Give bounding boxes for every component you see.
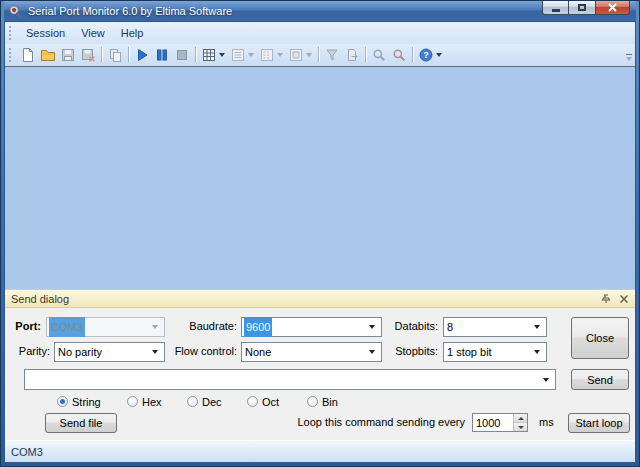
menu-session[interactable]: Session xyxy=(18,24,73,42)
command-input[interactable] xyxy=(25,374,543,386)
toolbar-separator xyxy=(412,47,413,63)
databits-value: 8 xyxy=(444,318,534,336)
search-icon xyxy=(371,47,387,63)
format-radio-bin[interactable]: Bin xyxy=(307,395,338,408)
close-icon xyxy=(608,3,617,12)
radio-icon xyxy=(307,396,318,407)
loop-interval-spinner[interactable] xyxy=(472,413,528,432)
command-combo[interactable] xyxy=(24,369,556,390)
toolbar-overflow-button[interactable] xyxy=(625,47,633,63)
pause-monitoring-button[interactable] xyxy=(152,45,172,65)
close-dialog-button[interactable]: Close xyxy=(571,317,629,359)
send-dialog-header: Send dialog xyxy=(5,289,635,308)
terminal-view-button[interactable] xyxy=(286,45,306,65)
send-file-button[interactable]: Send file xyxy=(45,413,117,433)
chevron-down-icon xyxy=(534,350,540,354)
line-view-icon xyxy=(230,47,246,63)
minimize-icon xyxy=(552,9,560,12)
spinner-down-icon xyxy=(518,426,524,429)
help-button[interactable]: ? xyxy=(416,45,436,65)
copy-button[interactable] xyxy=(105,45,125,65)
spinner-up-button[interactable] xyxy=(514,414,527,422)
save-close-icon xyxy=(80,47,96,63)
maximize-button[interactable] xyxy=(569,1,596,15)
copy-icon xyxy=(107,47,123,63)
send-dialog-body: Port: COM3 Baudrate: 9600 Databits: 8 Cl… xyxy=(5,308,635,440)
flow-control-select[interactable]: None xyxy=(241,342,382,362)
stop-icon xyxy=(174,47,190,63)
send-button[interactable]: Send xyxy=(571,369,629,390)
help-icon: ? xyxy=(418,47,434,63)
table-view-icon xyxy=(201,47,217,63)
search-next-button[interactable] xyxy=(389,45,409,65)
radio-label: String xyxy=(72,396,101,408)
close-button[interactable] xyxy=(596,1,630,15)
format-radio-hex[interactable]: Hex xyxy=(127,395,162,408)
search-button[interactable] xyxy=(369,45,389,65)
format-radio-string[interactable]: String xyxy=(57,395,101,408)
table-view-button[interactable] xyxy=(199,45,219,65)
menu-help[interactable]: Help xyxy=(113,24,152,42)
chevron-down-icon xyxy=(369,350,375,354)
filter-button[interactable] xyxy=(322,45,342,65)
open-session-button[interactable] xyxy=(38,45,58,65)
line-view-button[interactable] xyxy=(228,45,248,65)
chevron-down-icon xyxy=(369,325,375,329)
toolbar-separator xyxy=(195,47,196,63)
dump-view-button[interactable] xyxy=(257,45,277,65)
parity-value: No parity xyxy=(55,343,152,361)
stop-monitoring-button[interactable] xyxy=(172,45,192,65)
table-view-dropdown-icon[interactable] xyxy=(219,53,225,57)
export-icon xyxy=(344,47,360,63)
databits-select[interactable]: 8 xyxy=(443,317,547,337)
search-next-icon xyxy=(391,47,407,63)
overflow-caret-icon xyxy=(626,57,632,61)
start-loop-button[interactable]: Start loop xyxy=(568,413,630,433)
line-view-dropdown-icon[interactable] xyxy=(248,53,254,57)
toolbar: ? xyxy=(5,44,635,66)
save-icon xyxy=(60,47,76,63)
parity-select[interactable]: No parity xyxy=(54,342,165,362)
dump-view-icon xyxy=(259,47,275,63)
overflow-bar xyxy=(626,54,632,55)
titlebar: Serial Port Monitor 6.0 by Eltima Softwa… xyxy=(4,1,636,22)
panel-close-icon[interactable] xyxy=(619,294,629,304)
radio-icon xyxy=(247,396,258,407)
loop-interval-input[interactable] xyxy=(473,414,513,431)
toolbar-separator xyxy=(365,47,366,63)
new-session-button[interactable] xyxy=(18,45,38,65)
spinner-up-icon xyxy=(518,417,524,420)
spinner-down-button[interactable] xyxy=(514,422,527,431)
play-icon xyxy=(134,47,150,63)
baudrate-select[interactable]: 9600 xyxy=(241,317,382,337)
baudrate-value: 9600 xyxy=(244,317,272,337)
menubar-grip xyxy=(9,26,14,40)
format-radio-oct[interactable]: Oct xyxy=(247,395,279,408)
dump-view-dropdown-icon[interactable] xyxy=(277,53,283,57)
statusbar: COM3 xyxy=(5,440,635,462)
radio-icon xyxy=(57,396,68,407)
app-window: Serial Port Monitor 6.0 by Eltima Softwa… xyxy=(0,0,640,467)
chevron-down-icon xyxy=(543,378,549,382)
new-file-icon xyxy=(20,47,36,63)
stopbits-select[interactable]: 1 stop bit xyxy=(443,342,547,362)
flow-control-label: Flow control: xyxy=(155,342,237,360)
start-monitoring-button[interactable] xyxy=(132,45,152,65)
monitor-view-area xyxy=(5,66,635,289)
port-label: Port: xyxy=(5,317,41,335)
export-button[interactable] xyxy=(342,45,362,65)
menu-view[interactable]: View xyxy=(73,24,113,42)
pin-icon[interactable] xyxy=(601,294,611,304)
help-dropdown-icon[interactable] xyxy=(436,53,442,57)
close-session-button[interactable] xyxy=(78,45,98,65)
toolbar-separator xyxy=(128,47,129,63)
send-dialog-title: Send dialog xyxy=(11,293,69,305)
databits-label: Databits: xyxy=(390,317,438,335)
minimize-button[interactable] xyxy=(542,1,569,15)
radio-label: Bin xyxy=(322,396,338,408)
format-radio-dec[interactable]: Dec xyxy=(187,395,222,408)
port-select[interactable]: COM3 xyxy=(46,317,165,337)
loop-label: Loop this command sending every xyxy=(297,416,465,428)
save-session-button[interactable] xyxy=(58,45,78,65)
terminal-view-dropdown-icon[interactable] xyxy=(306,53,312,57)
